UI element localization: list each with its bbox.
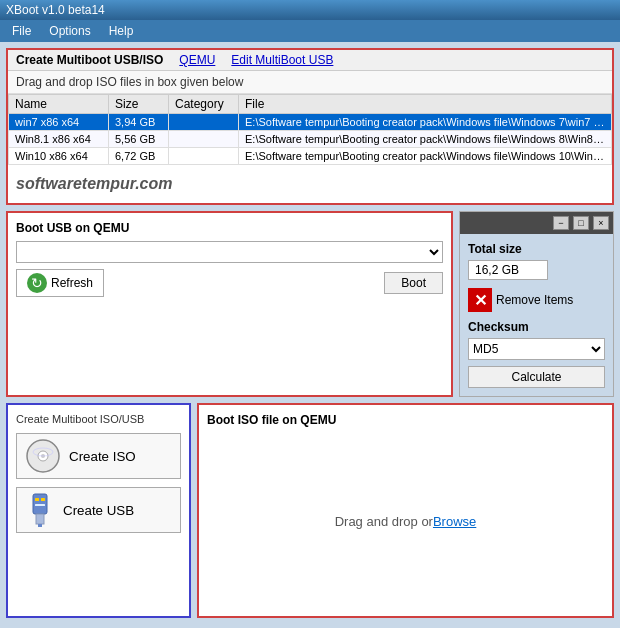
tab-qemu[interactable]: QEMU xyxy=(175,52,219,68)
usb-dropdown-row xyxy=(16,241,443,263)
qemu-panel-title: Boot USB on QEMU xyxy=(16,221,443,235)
bottom-row: Create Multiboot ISO/USB Create ISO xyxy=(6,403,614,618)
cell-size: 3,94 GB xyxy=(109,114,169,131)
cell-category xyxy=(169,114,239,131)
cell-file: E:\Software tempur\Booting creator pack\… xyxy=(239,114,612,131)
usb-dropdown[interactable] xyxy=(16,241,443,263)
menu-bar: File Options Help xyxy=(0,20,620,42)
info-panel-titlebar: − □ × xyxy=(460,212,613,234)
svg-rect-8 xyxy=(41,498,45,501)
iso-panel-tabs: Create Multiboot USB/ISO QEMU Edit Multi… xyxy=(8,50,612,71)
checksum-select[interactable]: MD5 SHA1 SHA256 xyxy=(468,338,605,360)
main-content: Create Multiboot USB/ISO QEMU Edit Multi… xyxy=(0,42,620,624)
checksum-label: Checksum xyxy=(468,320,605,334)
remove-items-row: ✕ Remove Items xyxy=(468,288,605,312)
table-row[interactable]: Win10 x86 x64 6,72 GB E:\Software tempur… xyxy=(9,148,612,165)
svg-rect-7 xyxy=(35,498,39,501)
col-header-name: Name xyxy=(9,95,109,114)
svg-rect-9 xyxy=(35,504,45,506)
table-row[interactable]: win7 x86 x64 3,94 GB E:\Software tempur\… xyxy=(9,114,612,131)
tab-create-multiboot[interactable]: Create Multiboot USB/ISO xyxy=(12,52,167,68)
iso-panel: Create Multiboot USB/ISO QEMU Edit Multi… xyxy=(6,48,614,205)
create-usb-label: Create USB xyxy=(63,503,134,518)
title-bar: XBoot v1.0 beta14 xyxy=(0,0,620,20)
qemu-panel: Boot USB on QEMU ↻ Refresh Boot xyxy=(6,211,453,397)
app-title: XBoot v1.0 beta14 xyxy=(6,3,105,17)
svg-rect-5 xyxy=(36,514,44,524)
refresh-label: Refresh xyxy=(51,276,93,290)
drag-text: Drag and drop or xyxy=(335,514,433,529)
close-button[interactable]: × xyxy=(593,216,609,230)
total-size-value: 16,2 GB xyxy=(468,260,548,280)
remove-x-icon[interactable]: ✕ xyxy=(468,288,492,312)
total-size-label: Total size xyxy=(468,242,605,256)
create-iso-label: Create ISO xyxy=(69,449,136,464)
cell-size: 5,56 GB xyxy=(109,131,169,148)
usb-icon xyxy=(25,492,55,528)
calculate-button[interactable]: Calculate xyxy=(468,366,605,388)
boot-iso-title: Boot ISO file on QEMU xyxy=(207,413,604,427)
tab-edit-multiboot[interactable]: Edit MultiBoot USB xyxy=(227,52,337,68)
menu-options[interactable]: Options xyxy=(41,22,98,40)
create-iso-button[interactable]: Create ISO xyxy=(16,433,181,479)
maximize-button[interactable]: □ xyxy=(573,216,589,230)
refresh-icon: ↻ xyxy=(27,273,47,293)
cell-category xyxy=(169,148,239,165)
menu-file[interactable]: File xyxy=(4,22,39,40)
dvd-icon xyxy=(25,438,61,474)
cell-file: E:\Software tempur\Booting creator pack\… xyxy=(239,131,612,148)
drag-drop-hint: Drag and drop ISO files in box given bel… xyxy=(8,71,612,94)
boot-button[interactable]: Boot xyxy=(384,272,443,294)
create-usb-button[interactable]: Create USB xyxy=(16,487,181,533)
svg-rect-6 xyxy=(38,524,42,527)
cell-category xyxy=(169,131,239,148)
browse-link[interactable]: Browse xyxy=(433,514,476,529)
cell-size: 6,72 GB xyxy=(109,148,169,165)
menu-help[interactable]: Help xyxy=(101,22,142,40)
info-panel: − □ × Total size 16,2 GB ✕ Remove Items … xyxy=(459,211,614,397)
boot-iso-panel: Boot ISO file on QEMU Drag and drop or B… xyxy=(197,403,614,618)
iso-table: Name Size Category File win7 x86 x64 3,9… xyxy=(8,94,612,165)
remove-items-label: Remove Items xyxy=(496,293,573,307)
qemu-btn-row: ↻ Refresh Boot xyxy=(16,269,443,297)
col-header-category: Category xyxy=(169,95,239,114)
cell-name: Win8.1 x86 x64 xyxy=(9,131,109,148)
watermark: softwaretempur.com xyxy=(8,165,612,203)
middle-row: Boot USB on QEMU ↻ Refresh Boot − □ × xyxy=(6,211,614,397)
minimize-button[interactable]: − xyxy=(553,216,569,230)
info-panel-body: Total size 16,2 GB ✕ Remove Items Checks… xyxy=(460,234,613,396)
create-panel: Create Multiboot ISO/USB Create ISO xyxy=(6,403,191,618)
cell-file: E:\Software tempur\Booting creator pack\… xyxy=(239,148,612,165)
cell-name: win7 x86 x64 xyxy=(9,114,109,131)
table-row[interactable]: Win8.1 x86 x64 5,56 GB E:\Software tempu… xyxy=(9,131,612,148)
boot-iso-drop[interactable]: Drag and drop or Browse xyxy=(207,435,604,608)
col-header-size: Size xyxy=(109,95,169,114)
create-panel-title: Create Multiboot ISO/USB xyxy=(16,413,181,425)
refresh-button[interactable]: ↻ Refresh xyxy=(16,269,104,297)
col-header-file: File xyxy=(239,95,612,114)
cell-name: Win10 x86 x64 xyxy=(9,148,109,165)
